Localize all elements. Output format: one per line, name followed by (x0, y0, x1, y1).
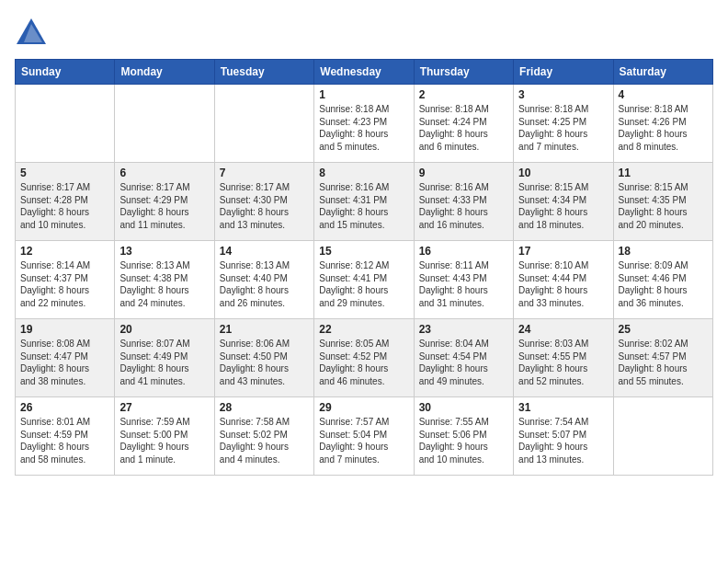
day-number: 16 (419, 245, 508, 258)
calendar-cell: 14Sunrise: 8:13 AM Sunset: 4:40 PM Dayli… (214, 241, 313, 319)
calendar-cell: 4Sunrise: 8:18 AM Sunset: 4:26 PM Daylig… (613, 85, 712, 163)
calendar-cell: 23Sunrise: 8:04 AM Sunset: 4:54 PM Dayli… (414, 319, 513, 397)
weekday-header: Friday (514, 60, 613, 85)
day-number: 30 (419, 401, 508, 414)
weekday-header: Wednesday (314, 60, 414, 85)
day-number: 22 (319, 323, 408, 336)
calendar-cell: 9Sunrise: 8:16 AM Sunset: 4:33 PM Daylig… (414, 163, 513, 241)
calendar-table: SundayMondayTuesdayWednesdayThursdayFrid… (15, 59, 713, 476)
day-info: Sunrise: 8:18 AM Sunset: 4:26 PM Dayligh… (619, 103, 708, 153)
calendar-cell: 5Sunrise: 8:17 AM Sunset: 4:28 PM Daylig… (16, 163, 115, 241)
day-number: 28 (220, 401, 309, 414)
day-number: 12 (20, 245, 109, 258)
day-number: 1 (319, 88, 408, 101)
day-number: 19 (20, 323, 109, 336)
calendar-cell: 31Sunrise: 7:54 AM Sunset: 5:07 PM Dayli… (514, 397, 613, 476)
day-number: 14 (220, 245, 309, 258)
calendar-cell: 27Sunrise: 7:59 AM Sunset: 5:00 PM Dayli… (115, 397, 214, 476)
day-info: Sunrise: 8:04 AM Sunset: 4:54 PM Dayligh… (419, 338, 508, 387)
day-info: Sunrise: 7:55 AM Sunset: 5:06 PM Dayligh… (419, 416, 508, 465)
day-number: 11 (619, 167, 708, 179)
day-number: 13 (119, 245, 209, 258)
day-number: 17 (518, 245, 608, 258)
day-info: Sunrise: 8:17 AM Sunset: 4:28 PM Dayligh… (20, 181, 109, 231)
calendar-cell: 17Sunrise: 8:10 AM Sunset: 4:44 PM Dayli… (514, 241, 613, 319)
calendar-cell: 30Sunrise: 7:55 AM Sunset: 5:06 PM Dayli… (414, 397, 513, 476)
logo-icon (15, 15, 48, 48)
calendar-cell: 22Sunrise: 8:05 AM Sunset: 4:52 PM Dayli… (314, 319, 414, 397)
day-info: Sunrise: 8:18 AM Sunset: 4:24 PM Dayligh… (419, 103, 508, 153)
day-number: 9 (419, 167, 508, 179)
day-info: Sunrise: 7:59 AM Sunset: 5:00 PM Dayligh… (119, 416, 209, 465)
calendar-cell: 13Sunrise: 8:13 AM Sunset: 4:38 PM Dayli… (115, 241, 214, 319)
day-info: Sunrise: 8:13 AM Sunset: 4:40 PM Dayligh… (220, 259, 309, 309)
day-info: Sunrise: 8:18 AM Sunset: 4:25 PM Dayligh… (518, 103, 608, 153)
calendar-header-row: SundayMondayTuesdayWednesdayThursdayFrid… (16, 60, 713, 85)
day-number: 3 (518, 88, 608, 101)
calendar-cell: 24Sunrise: 8:03 AM Sunset: 4:55 PM Dayli… (514, 319, 613, 397)
calendar-cell: 26Sunrise: 8:01 AM Sunset: 4:59 PM Dayli… (16, 397, 115, 476)
calendar-week-row: 5Sunrise: 8:17 AM Sunset: 4:28 PM Daylig… (16, 163, 713, 241)
day-number: 31 (518, 401, 608, 414)
day-number: 27 (119, 401, 209, 414)
calendar-cell: 19Sunrise: 8:08 AM Sunset: 4:47 PM Dayli… (16, 319, 115, 397)
day-info: Sunrise: 8:16 AM Sunset: 4:33 PM Dayligh… (419, 181, 508, 231)
day-info: Sunrise: 8:14 AM Sunset: 4:37 PM Dayligh… (20, 259, 109, 309)
day-info: Sunrise: 8:06 AM Sunset: 4:50 PM Dayligh… (220, 338, 309, 387)
day-info: Sunrise: 7:54 AM Sunset: 5:07 PM Dayligh… (518, 416, 608, 465)
day-info: Sunrise: 8:05 AM Sunset: 4:52 PM Dayligh… (319, 338, 408, 387)
day-info: Sunrise: 8:09 AM Sunset: 4:46 PM Dayligh… (619, 259, 708, 309)
page-header (15, 15, 713, 48)
calendar-cell: 12Sunrise: 8:14 AM Sunset: 4:37 PM Dayli… (16, 241, 115, 319)
calendar-cell: 8Sunrise: 8:16 AM Sunset: 4:31 PM Daylig… (314, 163, 414, 241)
calendar-week-row: 12Sunrise: 8:14 AM Sunset: 4:37 PM Dayli… (16, 241, 713, 319)
calendar-cell: 2Sunrise: 8:18 AM Sunset: 4:24 PM Daylig… (414, 85, 513, 163)
calendar-cell: 10Sunrise: 8:15 AM Sunset: 4:34 PM Dayli… (514, 163, 613, 241)
weekday-header: Tuesday (214, 60, 313, 85)
day-number: 5 (20, 167, 109, 179)
calendar-cell: 18Sunrise: 8:09 AM Sunset: 4:46 PM Dayli… (613, 241, 712, 319)
calendar-week-row: 26Sunrise: 8:01 AM Sunset: 4:59 PM Dayli… (16, 397, 713, 476)
weekday-header: Monday (115, 60, 214, 85)
day-info: Sunrise: 8:08 AM Sunset: 4:47 PM Dayligh… (20, 338, 109, 387)
calendar-cell: 11Sunrise: 8:15 AM Sunset: 4:35 PM Dayli… (613, 163, 712, 241)
calendar-cell (214, 85, 313, 163)
logo (15, 15, 51, 48)
day-info: Sunrise: 8:16 AM Sunset: 4:31 PM Dayligh… (319, 181, 408, 231)
day-number: 18 (619, 245, 708, 258)
calendar-cell: 15Sunrise: 8:12 AM Sunset: 4:41 PM Dayli… (314, 241, 414, 319)
day-info: Sunrise: 7:58 AM Sunset: 5:02 PM Dayligh… (220, 416, 309, 465)
weekday-header: Sunday (16, 60, 115, 85)
calendar-cell: 28Sunrise: 7:58 AM Sunset: 5:02 PM Dayli… (214, 397, 313, 476)
weekday-header: Saturday (613, 60, 712, 85)
day-number: 2 (419, 88, 508, 101)
calendar-cell: 1Sunrise: 8:18 AM Sunset: 4:23 PM Daylig… (314, 85, 414, 163)
day-info: Sunrise: 8:01 AM Sunset: 4:59 PM Dayligh… (20, 416, 109, 465)
day-number: 20 (119, 323, 209, 336)
weekday-header: Thursday (414, 60, 513, 85)
day-info: Sunrise: 8:18 AM Sunset: 4:23 PM Dayligh… (319, 103, 408, 153)
calendar-cell (16, 85, 115, 163)
day-info: Sunrise: 8:07 AM Sunset: 4:49 PM Dayligh… (119, 338, 209, 387)
day-info: Sunrise: 7:57 AM Sunset: 5:04 PM Dayligh… (319, 416, 408, 465)
day-info: Sunrise: 8:10 AM Sunset: 4:44 PM Dayligh… (518, 259, 608, 309)
calendar-cell: 3Sunrise: 8:18 AM Sunset: 4:25 PM Daylig… (514, 85, 613, 163)
day-number: 23 (419, 323, 508, 336)
day-info: Sunrise: 8:02 AM Sunset: 4:57 PM Dayligh… (619, 338, 708, 387)
day-info: Sunrise: 8:15 AM Sunset: 4:35 PM Dayligh… (619, 181, 708, 231)
calendar-cell (115, 85, 214, 163)
day-number: 21 (220, 323, 309, 336)
day-number: 24 (518, 323, 608, 336)
day-info: Sunrise: 8:17 AM Sunset: 4:29 PM Dayligh… (119, 181, 209, 231)
day-info: Sunrise: 8:13 AM Sunset: 4:38 PM Dayligh… (119, 259, 209, 309)
day-number: 7 (220, 167, 309, 179)
day-number: 10 (518, 167, 608, 179)
calendar-week-row: 1Sunrise: 8:18 AM Sunset: 4:23 PM Daylig… (16, 85, 713, 163)
calendar-cell: 20Sunrise: 8:07 AM Sunset: 4:49 PM Dayli… (115, 319, 214, 397)
day-number: 25 (619, 323, 708, 336)
day-number: 6 (119, 167, 209, 179)
day-number: 8 (319, 167, 408, 179)
day-info: Sunrise: 8:17 AM Sunset: 4:30 PM Dayligh… (220, 181, 309, 231)
day-number: 29 (319, 401, 408, 414)
calendar-cell: 6Sunrise: 8:17 AM Sunset: 4:29 PM Daylig… (115, 163, 214, 241)
